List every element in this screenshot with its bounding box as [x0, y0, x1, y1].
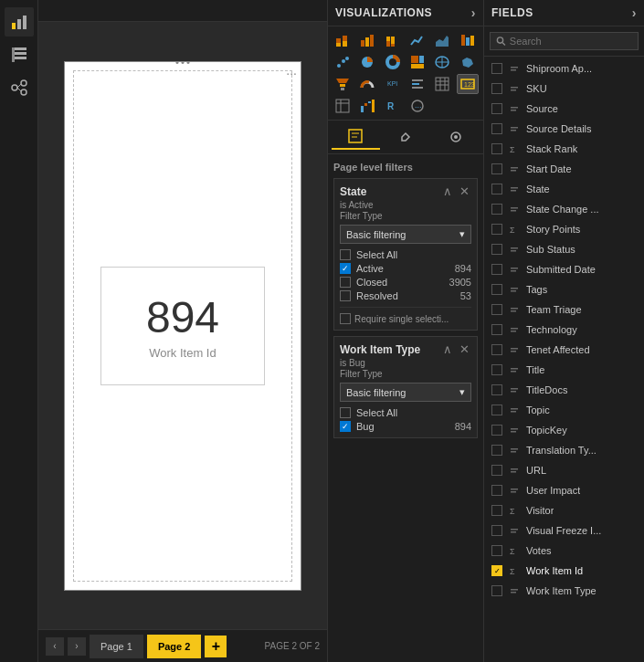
field-item[interactable]: ΣWork Item Id — [484, 561, 644, 581]
field-checkbox[interactable] — [491, 244, 502, 255]
field-item[interactable]: ΣVisitor — [484, 500, 644, 520]
viz-filled-map[interactable] — [457, 52, 479, 72]
viz-waterfall[interactable] — [356, 96, 378, 116]
viz-panel-arrow[interactable]: › — [471, 5, 476, 20]
viz-treemap[interactable] — [406, 52, 428, 72]
page-next-btn[interactable]: › — [68, 637, 86, 656]
filter-wit-close[interactable]: ✕ — [458, 342, 471, 356]
field-item[interactable]: Technology — [484, 320, 644, 340]
viz-donut[interactable] — [382, 52, 404, 72]
field-item[interactable]: TopicKey — [484, 420, 644, 440]
field-checkbox[interactable] — [491, 123, 502, 134]
filter-option-active[interactable]: Active 894 — [340, 263, 471, 274]
field-checkbox[interactable] — [491, 224, 502, 235]
field-item[interactable]: State Change ... — [484, 199, 644, 219]
field-item[interactable]: Tags — [484, 279, 644, 299]
viz-funnel[interactable] — [332, 74, 354, 94]
filter-wit-bug[interactable]: Bug 894 — [340, 421, 471, 432]
viz-kpi[interactable]: KPI — [382, 74, 404, 94]
viz-r-script[interactable]: R — [382, 96, 404, 116]
field-item[interactable]: Tenet Affected — [484, 340, 644, 360]
page-prev-btn[interactable]: ‹ — [46, 637, 64, 656]
field-checkbox[interactable] — [491, 143, 502, 154]
filter-state-closed-checkbox[interactable] — [340, 277, 351, 288]
filter-state-resolved-checkbox[interactable] — [340, 290, 351, 301]
filter-state-dropdown[interactable]: Basic filtering ▾ — [340, 225, 471, 244]
field-item[interactable]: ΣVotes — [484, 541, 644, 561]
filter-state-expand[interactable]: ∧ — [441, 184, 454, 198]
sidebar-item-report[interactable] — [5, 7, 34, 37]
viz-table[interactable] — [431, 74, 453, 94]
viz-100-bar[interactable] — [382, 30, 404, 50]
field-item[interactable]: Work Item Type — [484, 581, 644, 601]
field-checkbox[interactable] — [491, 324, 502, 335]
field-item[interactable]: ΣStory Points — [484, 219, 644, 239]
viz-area[interactable] — [431, 30, 453, 50]
viz-scatter[interactable] — [332, 52, 354, 72]
viz-pie[interactable] — [356, 52, 378, 72]
field-checkbox[interactable] — [491, 364, 502, 375]
filter-wit-bug-checkbox[interactable] — [340, 421, 351, 432]
ellipsis-handle[interactable]: ··· — [286, 66, 297, 80]
field-checkbox[interactable] — [491, 525, 502, 536]
field-item[interactable]: TitleDocs — [484, 380, 644, 400]
field-checkbox[interactable] — [491, 83, 502, 94]
viz-card[interactable]: 123 — [457, 74, 479, 94]
field-item[interactable]: Shiproom Ap... — [484, 58, 644, 79]
field-checkbox[interactable] — [491, 204, 502, 215]
filter-state-close[interactable]: ✕ — [458, 184, 471, 198]
viz-gauge[interactable] — [356, 74, 378, 94]
field-checkbox[interactable] — [491, 465, 502, 476]
viz-slicer[interactable] — [406, 74, 428, 94]
field-item[interactable]: Topic — [484, 400, 644, 420]
field-checkbox[interactable] — [491, 585, 502, 596]
field-checkbox[interactable] — [491, 405, 502, 415]
field-item[interactable]: Start Date — [484, 159, 644, 179]
filter-wit-selectall[interactable]: Select All — [340, 407, 471, 418]
viz-line[interactable] — [406, 30, 428, 50]
field-checkbox[interactable] — [491, 264, 502, 275]
viz-tab-analytics[interactable] — [431, 124, 480, 150]
field-checkbox[interactable] — [491, 63, 502, 74]
field-item[interactable]: User Impact — [484, 480, 644, 500]
field-checkbox[interactable] — [491, 163, 502, 174]
viz-matrix[interactable] — [332, 96, 354, 116]
field-checkbox[interactable] — [491, 344, 502, 355]
filter-state-active-checkbox[interactable] — [340, 263, 351, 274]
field-checkbox[interactable] — [491, 445, 502, 456]
viz-bar[interactable] — [356, 30, 378, 50]
viz-map[interactable] — [431, 52, 453, 72]
viz-ribbon[interactable] — [457, 30, 479, 50]
field-item[interactable]: ΣStack Rank — [484, 139, 644, 159]
filter-state-selectall-checkbox[interactable] — [340, 249, 351, 260]
add-page-btn[interactable]: + — [205, 636, 227, 657]
filter-option-closed[interactable]: Closed 3905 — [340, 277, 471, 288]
field-checkbox[interactable] — [491, 425, 502, 436]
field-checkbox[interactable] — [491, 103, 502, 114]
field-item[interactable]: Source Details — [484, 119, 644, 139]
filter-option-selectall[interactable]: Select All — [340, 249, 471, 260]
field-item[interactable]: Title — [484, 360, 644, 380]
viz-stacked-bar[interactable] — [332, 30, 354, 50]
viz-tab-format[interactable] — [382, 124, 430, 150]
filter-option-resolved[interactable]: Resolved 53 — [340, 290, 471, 301]
field-item[interactable]: Translation Ty... — [484, 440, 644, 460]
filter-wit-selectall-checkbox[interactable] — [340, 407, 351, 418]
field-checkbox[interactable] — [491, 485, 502, 496]
field-item[interactable]: URL — [484, 460, 644, 480]
field-item[interactable]: Sub Status — [484, 239, 644, 259]
field-checkbox[interactable] — [491, 304, 502, 315]
sidebar-item-data[interactable] — [5, 40, 34, 69]
sidebar-item-model[interactable] — [5, 73, 34, 102]
field-item[interactable]: Submitted Date — [484, 259, 644, 279]
viz-custom[interactable]: ··· — [406, 96, 428, 116]
page-tab-2[interactable]: Page 2 — [147, 635, 201, 658]
field-checkbox[interactable] — [491, 284, 502, 295]
filter-wit-dropdown[interactable]: Basic filtering ▾ — [340, 383, 471, 402]
field-checkbox[interactable] — [491, 565, 502, 576]
field-item[interactable]: State — [484, 179, 644, 199]
fields-search-input[interactable] — [510, 36, 632, 47]
page-tab-1[interactable]: Page 1 — [90, 635, 143, 658]
filter-wit-expand[interactable]: ∧ — [441, 342, 454, 356]
field-checkbox[interactable] — [491, 384, 502, 395]
